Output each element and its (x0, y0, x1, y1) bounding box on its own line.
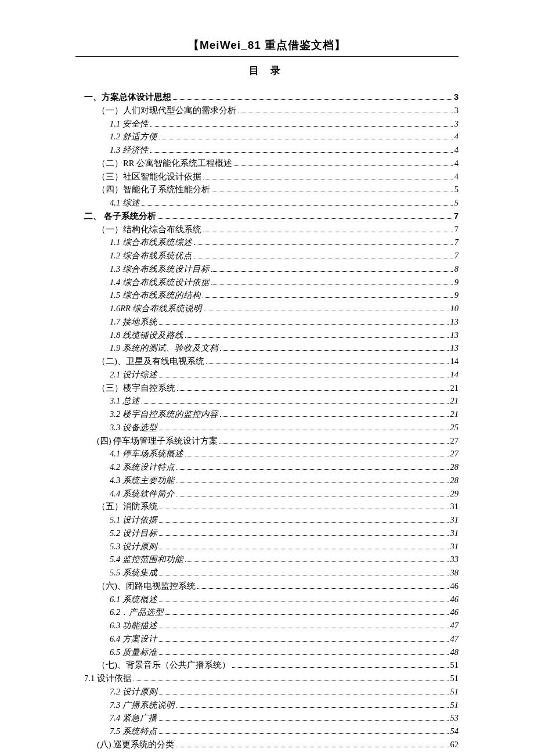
toc-entry: 1.6RR 综合布线系统说明10 (110, 303, 459, 315)
toc-leader-dots (159, 542, 449, 549)
toc-entry-label: 7.4 紧急广播 (110, 712, 157, 725)
toc-leader-dots (194, 252, 453, 258)
toc-entry-page: 4 (454, 144, 459, 157)
toc-entry-page: 4 (454, 171, 459, 183)
toc-entry-page: 7 (454, 236, 459, 249)
toc-leader-dots (197, 582, 449, 589)
toc-entry-label: 4.1 停车场系统概述 (110, 448, 183, 460)
table-of-contents: 一、方案总体设计思想3（一）人们对现代型公寓的需求分析31.1 安全性31.2 … (84, 91, 459, 751)
toc-entry: 4.1 综述5 (110, 197, 459, 210)
toc-leader-dots (142, 397, 449, 404)
toc-entry-label: (四) 停车场管理子系统设计方案 (97, 435, 218, 448)
toc-entry-label: 7.3 广播系统说明 (110, 699, 175, 712)
toc-entry: （七)、背景音乐（公共广播系统）51 (97, 659, 459, 672)
toc-entry-page: 28 (450, 474, 459, 487)
toc-leader-dots (185, 450, 449, 456)
toc-leader-dots (176, 701, 449, 707)
toc-entry-page: 13 (450, 342, 459, 355)
toc-entry-page: 14 (450, 369, 459, 381)
toc-title: 目 录 (0, 64, 534, 77)
toc-entry: 7.3 广播系统说明51 (110, 699, 459, 712)
toc-entry-label: 1.6RR 综合布线系统说明 (110, 303, 202, 315)
toc-entry-page: 38 (450, 567, 459, 579)
toc-leader-dots (134, 675, 449, 681)
toc-entry-page: 46 (450, 606, 459, 619)
toc-entry-page: 54 (450, 725, 459, 738)
toc-leader-dots (159, 516, 449, 523)
toc-leader-dots (150, 146, 453, 153)
toc-entry: 1.3 综合布线系统设计目标8 (110, 263, 459, 276)
toc-leader-dots (220, 344, 449, 351)
toc-leader-dots (159, 688, 449, 694)
toc-entry-label: 1.1 安全性 (110, 118, 149, 131)
toc-entry: 二、 各子系统分析7 (84, 210, 459, 223)
toc-entry-label: 1.2 综合布线系统优点 (110, 250, 192, 262)
toc-leader-dots (211, 278, 453, 285)
toc-entry-label: （一）结构化综合布线系统 (97, 224, 201, 236)
toc-entry-label: (八) 巡更系统的分类 (97, 739, 174, 751)
toc-leader-dots (159, 424, 449, 430)
toc-leader-dots (150, 120, 453, 126)
toc-leader-dots (204, 305, 448, 311)
toc-leader-dots (219, 437, 448, 443)
toc-entry-page: 33 (450, 553, 459, 566)
toc-leader-dots (203, 225, 453, 232)
toc-entry: 4.2 系统设计特点28 (110, 461, 459, 474)
toc-entry-page: 47 (450, 633, 459, 646)
toc-leader-dots (211, 265, 453, 272)
toc-entry: 7.5 系统特点54 (110, 725, 459, 738)
toc-entry: 5.4 监控范围和功能33 (110, 553, 459, 566)
toc-leader-dots (160, 503, 449, 509)
toc-entry-label: （六)、闭路电视监控系统 (97, 580, 196, 593)
toc-entry-label: 3.2 楼宇自控系统的监控内容 (110, 408, 218, 421)
toc-leader-dots (238, 107, 453, 113)
toc-entry-label: 5.2 设计目标 (110, 527, 157, 540)
toc-entry: 3.2 楼宇自控系统的监控内容21 (110, 408, 459, 421)
toc-entry: （六)、闭路电视监控系统46 (97, 580, 459, 593)
toc-entry: 7.1 设计依据51 (84, 672, 459, 685)
toc-leader-dots (158, 213, 452, 219)
toc-entry-label: 1.3 综合布线系统设计目标 (110, 263, 210, 276)
toc-leader-dots (234, 160, 453, 166)
toc-entry-page: 13 (450, 329, 459, 342)
toc-entry: （二）RR 公寓智能化系统工程概述4 (97, 157, 459, 170)
toc-entry: 1.2 综合布线系统优点7 (110, 250, 459, 262)
toc-entry: （三）社区智能化设计依据4 (97, 171, 459, 183)
toc-entry-page: 51 (450, 672, 459, 685)
toc-entry: （五）消防系统31 (97, 501, 459, 513)
toc-entry: 1.7 接地系统13 (110, 316, 459, 329)
toc-entry-page: 7 (454, 224, 459, 236)
toc-entry-label: 6.1 系统概述 (110, 593, 157, 606)
toc-entry-label: 5.3 设计原则 (110, 541, 157, 553)
toc-entry-label: 7.5 系统特点 (110, 725, 157, 738)
toc-entry: （二)、卫星及有线电视系统14 (97, 355, 459, 368)
toc-entry: 1.3 经济性4 (110, 144, 459, 157)
toc-leader-dots (185, 556, 449, 562)
toc-entry: 5.5 系统集成38 (110, 567, 459, 579)
toc-entry: 6.2．产品选型46 (110, 606, 459, 619)
toc-entry-page: 27 (450, 448, 459, 460)
toc-entry-page: 27 (450, 435, 459, 448)
toc-entry: 2.1 设计综述14 (110, 369, 459, 381)
toc-entry-label: 5.5 系统集成 (110, 567, 157, 579)
toc-leader-dots (159, 371, 449, 377)
toc-entry-page: 13 (450, 316, 459, 329)
toc-entry: 3.1 总述21 (110, 395, 459, 408)
toc-entry: 1.2 舒适方便4 (110, 131, 459, 143)
toc-entry-label: （三）社区智能化设计依据 (97, 171, 201, 183)
toc-entry-page: 51 (450, 686, 459, 699)
toc-leader-dots (159, 318, 449, 325)
toc-leader-dots (165, 609, 448, 615)
toc-entry-page: 9 (454, 276, 459, 289)
toc-entry: （四）智能化子系统性能分析5 (97, 183, 459, 196)
toc-entry-page: 7 (454, 250, 459, 262)
toc-entry: 7.2 设计原则51 (110, 686, 459, 699)
toc-entry-label: 4.1 综述 (110, 197, 140, 210)
toc-entry: 1.1 安全性3 (110, 118, 459, 131)
toc-entry-label: 4.4 系统软件简介 (110, 488, 175, 501)
toc-entry-label: 6.2．产品选型 (110, 606, 164, 619)
toc-entry: 5.2 设计目标31 (110, 527, 459, 540)
toc-entry-page: 21 (450, 382, 459, 395)
toc-entry-label: 7.2 设计原则 (110, 686, 157, 699)
toc-entry-page: 4 (454, 157, 459, 170)
